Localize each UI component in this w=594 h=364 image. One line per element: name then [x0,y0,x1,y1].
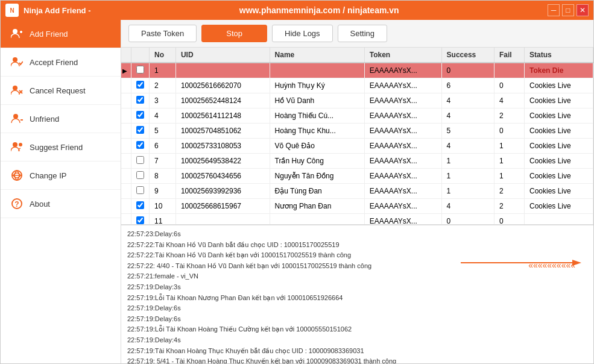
table-cell: EAAAAAYsX... [364,169,441,184]
row-checkbox[interactable] [136,141,144,149]
svg-point-4 [13,86,17,90]
table-cell: 100025704851062 [175,124,270,139]
add-friend-icon [10,27,24,40]
table-cell: Cookies Live [524,93,593,108]
table-row[interactable]: 3100025652448124Hồ Vũ DanhEAAAAAYsX...44… [121,93,593,108]
table-cell: Cookies Live [524,124,593,139]
sidebar-label-unfriend: Unfriend [30,115,59,124]
table-cell [524,214,593,225]
table-cell: Võ Quê Đảo [270,139,364,154]
log-line: 22:57:19: 5/41 - Tài Khoan Hoàng Thục Kh… [127,356,587,363]
row-indicator [121,199,131,214]
table-cell: 0 [494,124,524,139]
row-checkbox-cell [131,184,150,199]
table-cell: 4 [150,108,176,124]
table-cell: 1 [494,169,524,184]
hide-logs-button[interactable]: Hide Logs [272,25,333,42]
table-cell: EAAAAAYsX... [364,63,441,78]
row-checkbox[interactable] [136,186,144,194]
row-checkbox[interactable] [136,126,144,134]
table-cell: Cookies Live [524,78,593,93]
row-checkbox-cell [131,169,150,184]
main-layout: Add Friend Accept Friend [1,20,593,363]
table-row[interactable]: 9100025693992936Đậu Tùng ĐanEAAAAAYsX...… [121,184,593,199]
stop-button[interactable]: Stop [201,25,267,42]
table-row[interactable]: 2100025616662070Huỳnh Thụy KýEAAAAAYsX..… [121,78,593,93]
table-row[interactable]: 5100025704851062Hoàng Thục Khu...EAAAAAY… [121,124,593,139]
row-checkbox[interactable] [136,216,144,224]
table-cell: 4 [441,93,494,108]
table-cell: 2 [494,184,524,199]
row-checkbox[interactable] [136,171,144,179]
table-row[interactable]: 10100025668615967Nương Phan ĐanEAAAAAYsX… [121,199,593,214]
sidebar-item-about[interactable]: ? About [1,190,121,218]
row-checkbox-cell [131,199,150,214]
table-cell: EAAAAAYsX... [364,214,441,225]
sidebar-item-add-friend[interactable]: Add Friend [1,20,121,48]
table-cell: 1 [441,154,494,169]
row-checkbox[interactable] [136,66,144,74]
row-checkbox[interactable] [136,81,144,89]
sidebar-item-suggest-friend[interactable]: Suggest Friend [1,133,121,162]
row-indicator [121,154,131,169]
sidebar-label-cancel-request: Cancel Request [30,86,86,95]
log-line: 22:57:19:Delay:4s [127,335,587,346]
table-cell: 100025668615967 [175,199,270,214]
minimize-button[interactable]: ─ [548,4,560,16]
log-line: 22:57:22:Tài Khoan Hồ Vũ Danh bắt đầu ch… [127,240,587,251]
table-row[interactable]: 11EAAAAAYsX...00 [121,214,593,225]
table-row[interactable]: 7100025649538422Trần Huy CôngEAAAAAYsX..… [121,154,593,169]
svg-point-7 [13,114,18,119]
table-row[interactable]: 6100025733108053Võ Quê ĐảoEAAAAAYsX...41… [121,139,593,154]
sidebar-item-cancel-request[interactable]: Cancel Request [1,77,121,105]
row-checkbox-cell [131,63,150,78]
table-cell: 5 [441,124,494,139]
table-cell: Nương Phan Đan [270,199,364,214]
row-indicator [121,214,131,225]
table-cell: Trần Huy Công [270,154,364,169]
sidebar-item-unfriend[interactable]: Unfriend [1,105,121,133]
table-row[interactable]: 4100025614112148Hoàng Thiếu Cú...EAAAAAY… [121,108,593,124]
table-cell: Cookies Live [524,169,593,184]
svg-point-3 [13,57,17,62]
log-line: 22:57:19:Delay:6s [127,303,587,314]
table-cell: 4 [441,139,494,154]
row-checkbox[interactable] [136,96,144,104]
about-icon: ? [10,197,24,210]
maximize-button[interactable]: □ [562,4,574,16]
table-row[interactable]: 8100025760434656Nguyễn Tân ĐồngEAAAAAYsX… [121,169,593,184]
sidebar-label-add-friend: Add Friend [30,30,68,39]
paste-token-button[interactable]: Paste Token [128,25,197,42]
sidebar-item-accept-friend[interactable]: Accept Friend [1,48,121,77]
sidebar-label-about: About [30,199,50,209]
col-name: Name [270,48,364,63]
sidebar-label-accept-friend: Accept Friend [30,58,78,67]
table-cell: Cookies Live [524,139,593,154]
close-button[interactable]: ✕ [577,4,589,16]
sidebar-item-change-ip[interactable]: Change IP [1,162,121,190]
table-cell: 1 [494,154,524,169]
table-cell: 0 [494,78,524,93]
table-cell: EAAAAAYsX... [364,108,441,124]
table-row[interactable]: ▶1EAAAAAYsX...0Token Die [121,63,593,78]
table-cell: 1 [494,139,524,154]
table-cell: 0 [494,214,524,225]
row-checkbox[interactable] [136,201,144,209]
row-checkbox-cell [131,93,150,108]
table-cell: 5 [150,124,176,139]
row-indicator [121,169,131,184]
row-checkbox[interactable] [136,156,144,164]
table-cell: 1 [441,169,494,184]
table-cell: Cookies Live [524,199,593,214]
svg-arrow [461,257,581,270]
table-cell: Huỳnh Thụy Ký [270,78,364,93]
table-cell: 3 [150,93,176,108]
row-checkbox[interactable] [136,111,144,119]
setting-button[interactable]: Setting [338,25,387,42]
table-cell: EAAAAAYsX... [364,154,441,169]
unfriend-icon [10,112,24,125]
table-cell: EAAAAAYsX... [364,124,441,139]
cancel-request-icon [10,84,24,97]
table-cell: 100025760434656 [175,169,270,184]
table-cell: 100025652448124 [175,93,270,108]
